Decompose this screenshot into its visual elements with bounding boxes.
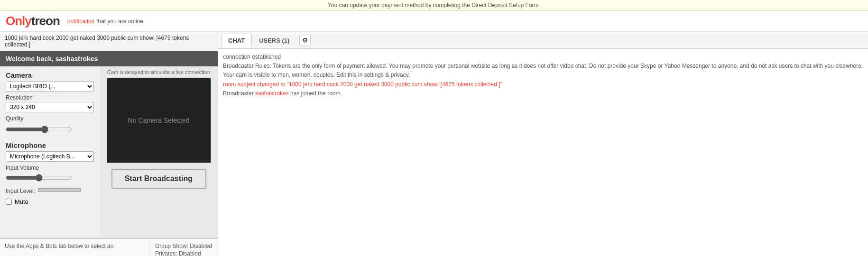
msg-connection: connection established (223, 53, 863, 62)
microphone-select[interactable]: Microphone (Logitech B... (6, 151, 94, 162)
room-subject: 1000 jerk hard cock 2000 get naked 3000 … (0, 32, 218, 51)
quality-label: Quality (6, 115, 94, 122)
quality-slider-container (6, 124, 94, 135)
notification-link[interactable]: notification (67, 18, 94, 25)
camera-select[interactable]: Logitech BRIO (... (6, 81, 94, 91)
cam-preview: No Camera Selected (107, 78, 211, 163)
bottom-info: Use the Apps & Bots tab below to select … (0, 238, 218, 256)
left-panel: 1000 jerk hard cock 2000 get naked 3000 … (0, 32, 218, 256)
group-show-status: Group Show: Disabled (155, 243, 212, 249)
logo: Onlytreon (6, 14, 60, 28)
no-camera-text: No Camera Selected (128, 117, 190, 124)
msg-join: Broadcaster sashastrokes has joined the … (223, 89, 863, 98)
microphone-section-title: Microphone (6, 141, 94, 149)
chat-settings-icon[interactable]: ⚙ (299, 35, 311, 46)
microphone-section: Microphone Microphone (Logitech B... Inp… (6, 141, 94, 205)
input-level-row: Input Level: (6, 185, 94, 195)
welcome-bar: Welcome back, sashastrokes (0, 51, 218, 66)
right-panel: CHAT USERS (1) ⚙ connection established … (218, 32, 868, 256)
mute-label: Mute (15, 198, 28, 205)
input-volume-slider[interactable] (6, 174, 72, 182)
input-volume-label: Input Volume (6, 165, 94, 171)
msg-rules2: Your cam is visible to men, women, coupl… (223, 71, 863, 80)
msg-subject: room subject changed to "1000 jerk hard … (223, 80, 863, 89)
broadcaster-panel: Welcome back, sashastrokes Camera Logite… (0, 51, 218, 238)
input-level-bar (38, 188, 81, 192)
resolution-select[interactable]: 320 x 240 (6, 102, 94, 112)
controls-and-preview: Camera Logitech BRIO (... Resolution 320… (0, 66, 218, 238)
start-broadcasting-button[interactable]: Start Broadcasting (111, 169, 206, 189)
logo-treon: treon (31, 14, 60, 28)
input-level-label: Input Level: (6, 188, 35, 194)
join-username: sashastrokes (255, 90, 289, 97)
main-layout: 1000 jerk hard cock 2000 get naked 3000 … (0, 32, 868, 256)
mute-row: Mute (6, 198, 94, 205)
tab-chat[interactable]: CHAT (221, 34, 252, 47)
logo-only: Only (6, 14, 31, 28)
controls: Camera Logitech BRIO (... Resolution 320… (0, 66, 100, 238)
welcome-text: Welcome back, sashastrokes (6, 55, 98, 63)
notification-bar-text: You can update your payment method by co… (328, 2, 540, 9)
room-subject-text: 1000 jerk hard cock 2000 get naked 3000 … (5, 35, 189, 48)
privates-status: Privates: Disabled (155, 250, 212, 256)
notification-bar: You can update your payment method by co… (0, 0, 868, 11)
resolution-label: Resolution (6, 94, 94, 101)
chat-tabs: CHAT USERS (1) ⚙ (218, 32, 868, 49)
chat-messages: connection established Broadcaster Rules… (218, 49, 868, 256)
cam-delay-note: Cam is delayed to simulate a live connec… (107, 69, 210, 75)
preview-area: Cam is delayed to simulate a live connec… (100, 66, 218, 238)
group-info: Group Show: Disabled Privates: Disabled (149, 239, 218, 256)
notification-suffix: that you are online. (96, 18, 145, 25)
header: Onlytreon notification that you are onli… (0, 11, 868, 32)
apps-bots-text: Use the Apps & Bots tab below to select … (0, 239, 149, 256)
msg-rules: Broadcaster Rules: Tokens are the only f… (223, 62, 863, 71)
camera-section-title: Camera (6, 71, 94, 79)
tab-users[interactable]: USERS (1) (252, 34, 296, 47)
mute-checkbox[interactable] (6, 199, 12, 205)
quality-slider[interactable] (6, 126, 72, 133)
